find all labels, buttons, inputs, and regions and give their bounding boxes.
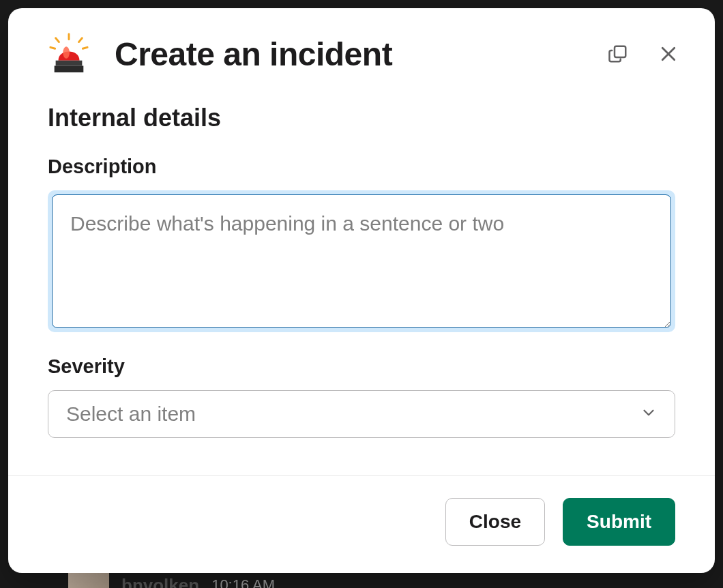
submit-button[interactable]: Submit [563,498,675,546]
svg-rect-8 [615,46,625,57]
rotating-light-icon [48,33,90,75]
svg-line-1 [56,38,59,42]
close-icon [658,44,679,64]
message-time: 10:16 AM [211,576,275,588]
svg-line-2 [79,38,83,42]
description-focus-ring [48,190,675,332]
svg-line-4 [83,47,87,48]
description-label: Description [48,156,675,178]
modal-body: Internal details Description Severity Se… [8,87,715,475]
svg-point-5 [63,46,70,58]
severity-label: Severity [48,355,675,378]
svg-line-3 [50,47,55,48]
svg-rect-6 [56,61,83,66]
description-input[interactable] [52,194,671,328]
modal-footer: Close Submit [8,475,715,573]
new-window-icon [608,44,628,64]
create-incident-modal: Create an incident Internal details Desc… [8,8,715,573]
open-new-window-button[interactable] [603,39,633,69]
modal-title: Create an incident [115,35,603,73]
section-heading-internal-details: Internal details [48,104,675,132]
message-author: bnvolken [121,575,199,589]
close-button[interactable]: Close [445,498,545,546]
close-modal-button[interactable] [653,39,683,69]
modal-header: Create an incident [8,8,715,87]
svg-rect-7 [55,65,84,72]
severity-select[interactable]: Select an item [48,390,675,438]
